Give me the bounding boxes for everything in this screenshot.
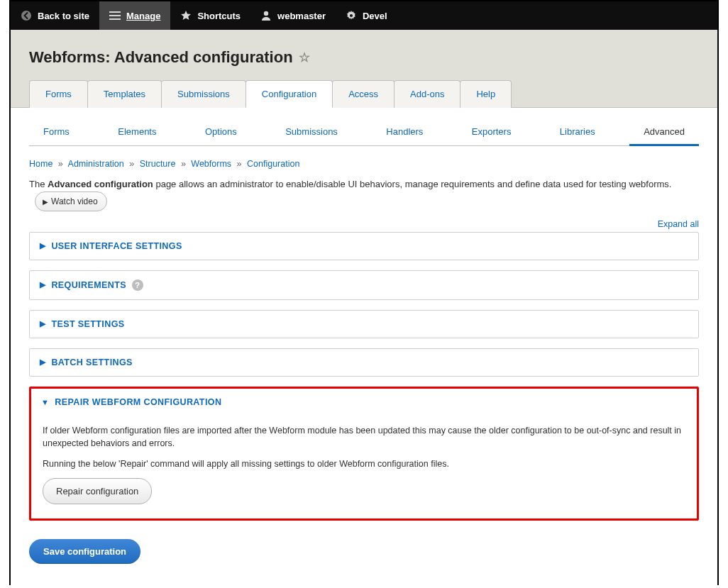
panel-ui-settings-summary[interactable]: ▶ USER INTERFACE SETTINGS (30, 233, 698, 260)
subtab-options[interactable]: Options (191, 121, 251, 146)
content: Forms Elements Options Submissions Handl… (11, 107, 717, 585)
watch-video-button[interactable]: ▶Watch video (35, 192, 107, 211)
breadcrumb-administration[interactable]: Administration (68, 159, 124, 169)
caret-right-icon: ▶ (40, 319, 45, 328)
toolbar-shortcuts-label: Shortcuts (197, 11, 241, 21)
toolbar-manage-label: Manage (126, 11, 160, 21)
save-configuration-button[interactable]: Save configuration (29, 539, 140, 564)
admin-toolbar: Back to site Manage Shortcuts webmaster … (11, 1, 717, 30)
panel-requirements-summary[interactable]: ▶ REQUIREMENTS ? (30, 271, 698, 299)
tab-templates[interactable]: Templates (87, 80, 162, 108)
subtab-elements[interactable]: Elements (104, 121, 170, 146)
user-icon (260, 10, 272, 21)
breadcrumb-structure[interactable]: Structure (140, 159, 176, 169)
toolbar-user-label: webmaster (277, 11, 326, 21)
panel-repair-summary[interactable]: ▼ REPAIR WEBFORM CONFIGURATION (31, 389, 697, 416)
repair-paragraph-2: Running the below 'Repair' command will … (43, 457, 685, 471)
star-icon (180, 10, 192, 21)
panel-batch-settings-summary[interactable]: ▶ BATCH SETTINGS (30, 349, 698, 376)
intro-bold: Advanced configuration (48, 179, 153, 189)
svg-rect-3 (109, 18, 121, 20)
panel-test-settings: ▶ TEST SETTINGS (29, 310, 699, 338)
page-header: Webforms: Advanced configuration ☆ Forms… (11, 30, 717, 107)
breadcrumb-sep: » (126, 159, 137, 169)
breadcrumb: Home » Administration » Structure » Webf… (29, 159, 699, 169)
toolbar-back-to-site[interactable]: Back to site (11, 1, 99, 30)
svg-rect-1 (109, 11, 121, 13)
breadcrumb-home[interactable]: Home (29, 159, 53, 169)
help-icon[interactable]: ? (132, 279, 143, 291)
breadcrumb-webforms[interactable]: Webforms (191, 159, 231, 169)
app-frame: Back to site Manage Shortcuts webmaster … (9, 0, 719, 585)
panel-test-settings-title: TEST SETTINGS (51, 319, 124, 329)
panel-batch-settings-title: BATCH SETTINGS (51, 357, 132, 367)
subtab-libraries[interactable]: Libraries (546, 121, 610, 146)
secondary-tabs: Forms Elements Options Submissions Handl… (29, 108, 699, 146)
expand-all-link[interactable]: Expand all (658, 219, 699, 229)
panel-repair-body: If older Webform configuration files are… (31, 416, 697, 515)
toolbar-shortcuts[interactable]: Shortcuts (170, 1, 250, 30)
panel-test-settings-summary[interactable]: ▶ TEST SETTINGS (30, 311, 698, 338)
breadcrumb-sep: » (234, 159, 245, 169)
tab-access[interactable]: Access (332, 80, 395, 108)
svg-point-5 (350, 14, 353, 17)
subtab-forms[interactable]: Forms (29, 121, 84, 146)
panel-batch-settings: ▶ BATCH SETTINGS (29, 348, 699, 377)
intro-text: The Advanced configuration page allows a… (29, 177, 699, 211)
tab-forms[interactable]: Forms (29, 80, 88, 108)
toolbar-devel-label: Devel (363, 11, 387, 21)
repair-paragraph-1: If older Webform configuration files are… (43, 424, 685, 451)
intro-prefix: The (29, 179, 48, 189)
caret-right-icon: ▶ (40, 280, 45, 289)
panel-repair-title: REPAIR WEBFORM CONFIGURATION (55, 397, 221, 407)
toolbar-manage[interactable]: Manage (99, 1, 170, 30)
panel-requirements-title: REQUIREMENTS (51, 280, 126, 290)
caret-down-icon: ▼ (41, 398, 49, 406)
panel-ui-settings: ▶ USER INTERFACE SETTINGS (29, 232, 699, 260)
toolbar-back-label: Back to site (38, 11, 89, 21)
toolbar-user[interactable]: webmaster (250, 1, 336, 30)
breadcrumb-configuration[interactable]: Configuration (247, 159, 299, 169)
caret-right-icon: ▶ (40, 241, 45, 250)
hamburger-icon (109, 11, 121, 21)
intro-suffix: page allows an administrator to enable/d… (153, 179, 672, 189)
page-title: Webforms: Advanced configuration ☆ (29, 48, 699, 67)
subtab-exporters[interactable]: Exporters (458, 121, 526, 146)
svg-point-0 (21, 11, 31, 21)
subtab-submissions[interactable]: Submissions (271, 121, 352, 146)
tab-submissions[interactable]: Submissions (161, 80, 246, 108)
subtab-handlers[interactable]: Handlers (372, 121, 437, 146)
tab-addons[interactable]: Add-ons (394, 80, 460, 108)
panel-repair-configuration: ▼ REPAIR WEBFORM CONFIGURATION If older … (29, 387, 699, 521)
repair-configuration-button[interactable]: Repair configuration (43, 478, 152, 505)
tab-configuration[interactable]: Configuration (246, 80, 333, 108)
favorite-star-icon[interactable]: ☆ (299, 50, 310, 65)
breadcrumb-sep: » (178, 159, 189, 169)
page-title-text: Webforms: Advanced configuration (29, 48, 293, 67)
back-icon (21, 10, 32, 21)
expand-row: Expand all (29, 218, 699, 229)
breadcrumb-sep: » (55, 159, 66, 169)
toolbar-devel[interactable]: Devel (336, 1, 397, 30)
caret-right-icon: ▶ (40, 357, 45, 367)
primary-tabs: Forms Templates Submissions Configuratio… (29, 79, 699, 107)
svg-rect-2 (109, 15, 121, 16)
subtab-advanced[interactable]: Advanced (629, 121, 699, 146)
panel-requirements: ▶ REQUIREMENTS ? (29, 270, 699, 300)
svg-point-4 (264, 11, 268, 16)
gear-icon (346, 10, 357, 21)
watch-video-label: Watch video (51, 196, 98, 206)
panel-ui-settings-title: USER INTERFACE SETTINGS (51, 241, 182, 251)
play-icon: ▶ (43, 198, 48, 206)
tab-help[interactable]: Help (460, 80, 512, 108)
